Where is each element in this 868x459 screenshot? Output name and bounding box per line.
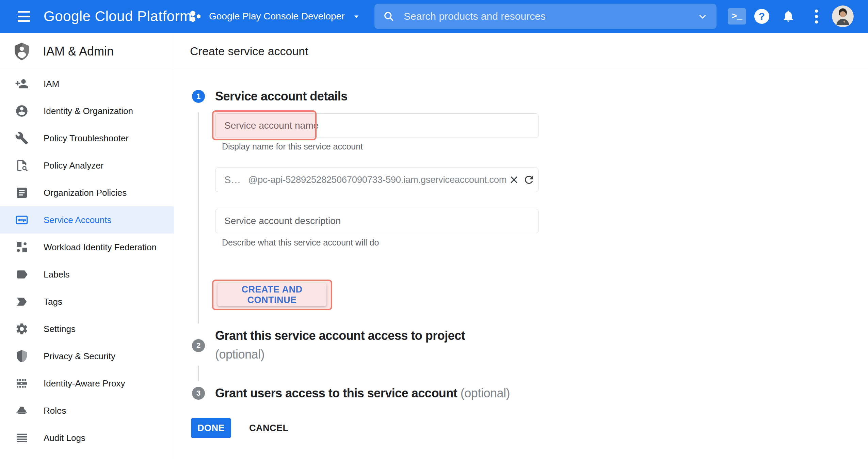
sidebar-item-privacy-security[interactable]: Privacy & Security — [0, 343, 174, 370]
sidebar-item-label: Labels — [44, 269, 70, 280]
step-3-title-text: Grant users access to this service accou… — [215, 386, 457, 400]
workload-identity-icon — [15, 240, 29, 254]
step-1-badge: 1 — [192, 90, 205, 103]
shield-icon — [15, 349, 29, 363]
doc-search-icon — [15, 159, 29, 172]
name-helper-text: Display name for this service account — [222, 142, 363, 152]
create-and-continue-button[interactable]: CREATE AND CONTINUE — [218, 283, 326, 306]
sidebar-item-iam[interactable]: IAM — [0, 70, 174, 97]
iap-icon — [15, 377, 29, 390]
notifications-bell-icon[interactable] — [781, 9, 796, 24]
sidebar-item-identity-organization[interactable]: Identity & Organization — [0, 97, 174, 125]
service-account-id-domain: @pc-api-5289252825067090733-590.iam.gser… — [248, 174, 507, 185]
sidebar-item-label: Settings — [44, 324, 76, 334]
refresh-icon — [523, 174, 535, 186]
iam-shield-icon — [12, 42, 31, 61]
sidebar-item-label: Roles — [44, 406, 66, 416]
step-3-badge: 3 — [192, 387, 205, 400]
project-hexagons-icon — [189, 10, 202, 23]
step-2-title: Grant this service account access to pro… — [215, 326, 465, 345]
sidebar-item-settings[interactable]: Settings — [0, 315, 174, 343]
sidebar-header: IAM & Admin — [0, 33, 174, 70]
step-2-header: Grant this service account access to pro… — [215, 326, 465, 364]
sidebar-item-label: Policy Troubleshooter — [44, 133, 129, 144]
step-2-badge: 2 — [192, 339, 205, 352]
sidebar-item-identity-aware-proxy[interactable]: Identity-Aware Proxy — [0, 370, 174, 397]
kebab-menu-icon[interactable] — [813, 9, 820, 24]
sidebar-item-label: Privacy & Security — [44, 351, 115, 362]
sidebar-item-workload-identity-federation[interactable]: Workload Identity Federation — [0, 234, 174, 261]
service-account-name-input[interactable] — [215, 113, 539, 138]
search-input[interactable] — [404, 11, 697, 22]
sidebar-item-label: Organization Policies — [44, 188, 127, 198]
main-panel: Create service account 1 Service account… — [174, 33, 868, 459]
project-name: Google Play Console Developer — [209, 11, 344, 22]
account-circle-icon — [15, 104, 29, 118]
search-icon — [383, 10, 395, 22]
sidebar-item-organization-policies[interactable]: Organization Policies — [0, 179, 174, 206]
sidebar-item-label: Identity & Organization — [44, 106, 133, 116]
service-account-id-prefix: S… — [224, 174, 241, 186]
step-2-optional: (optional) — [215, 345, 465, 364]
sidebar-item-label: Service Accounts — [44, 215, 111, 225]
service-account-key-icon — [15, 213, 29, 227]
step-1-header: 1 Service account details — [192, 89, 348, 104]
sidebar-item-labels[interactable]: Labels — [0, 261, 174, 288]
sidebar-nav: IAM Identity & Organization Policy Troub… — [0, 70, 174, 452]
sidebar-item-roles[interactable]: Roles — [0, 397, 174, 424]
tag-icon — [15, 295, 29, 308]
topbar: Google Cloud Platform Google Play Consol… — [0, 0, 868, 33]
clear-id-button[interactable] — [507, 172, 521, 187]
step-1-title: Service account details — [215, 89, 348, 104]
sidebar-item-label: Policy Analyzer — [44, 160, 103, 171]
service-account-description-input[interactable] — [215, 209, 539, 233]
caret-down-icon — [351, 11, 361, 21]
wrench-icon — [15, 131, 29, 145]
help-icon[interactable]: ? — [754, 9, 769, 24]
gcp-console: Google Cloud Platform Google Play Consol… — [0, 0, 868, 459]
user-avatar[interactable] — [832, 5, 854, 27]
search-bar[interactable] — [374, 4, 717, 29]
sidebar-item-label: Audit Logs — [44, 433, 85, 443]
audit-logs-icon — [15, 431, 29, 445]
sidebar-item-service-accounts[interactable]: Service Accounts — [0, 206, 174, 234]
stepper-line — [198, 112, 199, 323]
sidebar-item-label: IAM — [44, 79, 59, 89]
sidebar-item-tags[interactable]: Tags — [0, 288, 174, 315]
menu-icon[interactable] — [18, 10, 31, 23]
gear-icon — [15, 322, 29, 336]
label-icon — [15, 268, 29, 281]
done-button[interactable]: DONE — [191, 418, 231, 438]
stepper-line-2 — [198, 366, 199, 381]
article-icon — [15, 186, 29, 200]
sidebar-item-label: Identity-Aware Proxy — [44, 378, 125, 389]
project-selector[interactable]: Google Play Console Developer — [189, 0, 361, 33]
create-service-account-form: 1 Service account details Display name f… — [174, 70, 868, 459]
cancel-button[interactable]: CANCEL — [241, 418, 297, 438]
page-title: Create service account — [190, 45, 308, 58]
service-account-id-field[interactable]: S… @pc-api-5289252825067090733-590.iam.g… — [215, 168, 539, 192]
main-header: Create service account — [174, 33, 868, 70]
regenerate-id-button[interactable] — [521, 172, 536, 187]
sidebar-item-audit-logs[interactable]: Audit Logs — [0, 424, 174, 452]
sidebar-item-policy-analyzer[interactable]: Policy Analyzer — [0, 152, 174, 179]
sidebar-item-label: Tags — [44, 297, 62, 307]
role-hat-icon — [15, 404, 29, 417]
gcp-logo[interactable]: Google Cloud Platform — [44, 0, 192, 33]
close-icon — [508, 174, 520, 186]
step-3-optional: (optional) — [461, 386, 510, 400]
chevron-down-icon[interactable] — [697, 11, 708, 22]
description-helper-text: Describe what this service account will … — [222, 238, 379, 248]
sidebar: IAM & Admin IAM Identity & Organization … — [0, 33, 174, 459]
sidebar-item-label: Workload Identity Federation — [44, 242, 157, 253]
cloud-shell-icon[interactable]: >_ — [728, 8, 746, 25]
step-3-title: Grant users access to this service accou… — [215, 386, 510, 400]
sidebar-title: IAM & Admin — [43, 44, 114, 59]
sidebar-item-policy-troubleshooter[interactable]: Policy Troubleshooter — [0, 125, 174, 152]
step-3-header: 3 Grant users access to this service acc… — [192, 385, 510, 401]
person-add-icon — [15, 77, 29, 91]
